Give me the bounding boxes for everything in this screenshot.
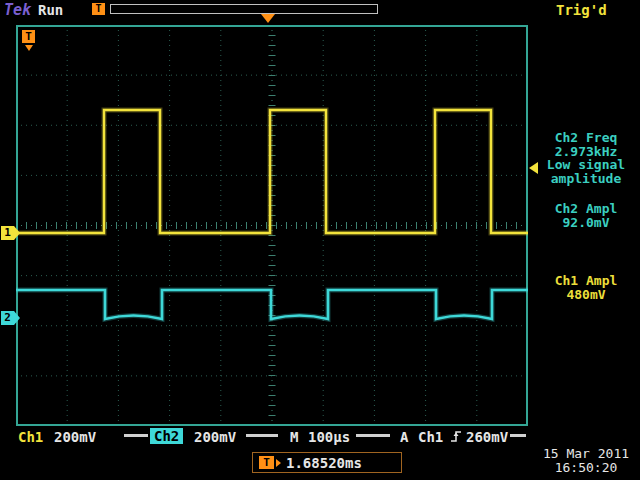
date-label: 15 Mar 2011: [536, 447, 636, 461]
trigger-marker-letter: T: [25, 30, 32, 43]
measurement-panel: Ch2 Freq 2.973kHz Low signal amplitude C…: [534, 131, 638, 301]
trigger-mode-label: A: [400, 429, 408, 445]
brand-logo: Tek: [4, 1, 31, 19]
trigger-source-label: Ch1: [418, 429, 443, 445]
ch2-freq-value: 2.973kHz: [534, 145, 638, 159]
ch1-ampl-value: 480mV: [534, 288, 638, 302]
trigger-source-marker: T: [22, 30, 35, 43]
ch1-marker-label: 1: [4, 226, 11, 239]
datetime-display: 15 Mar 2011 16:50:20: [536, 447, 636, 475]
ch1-channel-label: Ch1: [18, 429, 43, 445]
ch2-ampl-label: Ch2 Ampl: [534, 202, 638, 216]
status-separator: [356, 434, 390, 437]
acquisition-record-bar: [110, 4, 378, 14]
ch1-ampl-label: Ch1 Ampl: [534, 274, 638, 288]
status-separator: [246, 434, 278, 437]
acquisition-status: Run: [38, 2, 63, 18]
status-separator: [124, 434, 148, 437]
ch2-ampl-value: 92.0mV: [534, 216, 638, 230]
waveform-display: [16, 25, 528, 426]
time-label: 16:50:20: [536, 461, 636, 475]
ch2-ground-marker: 2: [1, 311, 14, 325]
timebase-value: 100µs: [308, 429, 350, 445]
trigger-icon: T: [92, 3, 105, 15]
trigger-letter: T: [95, 3, 101, 14]
delay-arrow-icon: [276, 459, 281, 467]
delay-trigger-icon: T: [259, 456, 274, 469]
horizontal-delay-readout: T 1.68520ms: [252, 452, 402, 473]
trigger-level-value: 260mV: [466, 429, 508, 445]
graticule: [16, 25, 528, 426]
trigger-marker-arrow-icon: [25, 45, 33, 51]
trigger-position-arrow-icon: [261, 14, 275, 23]
ch1-volts-per-div: 200mV: [54, 429, 96, 445]
status-separator: [510, 434, 526, 437]
ch2-marker-arrow-icon: [14, 311, 20, 325]
delay-time-value: 1.68520ms: [286, 455, 362, 471]
ch2-channel-label: Ch2: [150, 428, 183, 444]
ch2-marker-label: 2: [4, 311, 11, 324]
rising-edge-icon: [449, 429, 463, 444]
oscilloscope-screen: Tek Run T Trig'd T 1 2 Ch2 Freq 2.973kHz…: [0, 0, 640, 480]
ch1-ground-marker: 1: [1, 226, 14, 240]
warning-line-1: Low signal: [534, 158, 638, 172]
ch1-marker-arrow-icon: [14, 226, 20, 240]
trigger-state-label: Trig'd: [556, 2, 607, 18]
ch2-volts-per-div: 200mV: [194, 429, 236, 445]
warning-line-2: amplitude: [534, 172, 638, 186]
ch2-freq-label: Ch2 Freq: [534, 131, 638, 145]
timebase-label: M: [290, 429, 298, 445]
